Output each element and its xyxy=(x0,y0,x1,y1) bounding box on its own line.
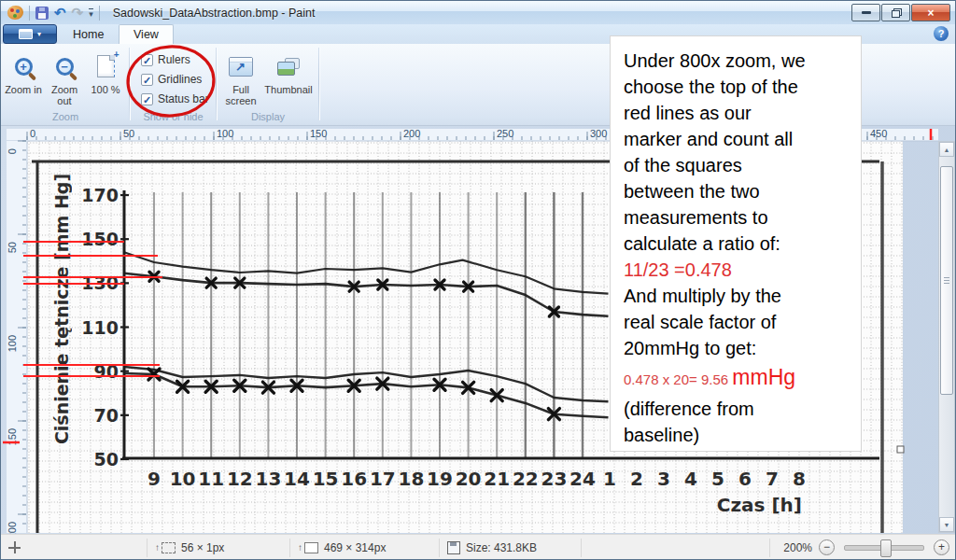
checkbox-checked-icon[interactable]: ✓ xyxy=(141,93,153,105)
full-screen-icon: ↗ xyxy=(229,57,253,77)
ribbon-group-display: ↗ Full screen Thumbnail Display xyxy=(217,44,319,124)
group-label-show-or-hide: Show or hide xyxy=(130,111,217,122)
status-bar: ↑ 56 × 1px ↑ 469 × 314px Size: 431.8KB 2… xyxy=(1,534,955,560)
zoom-in-label: Zoom in xyxy=(5,84,42,95)
annotation-paragraph: And multiply by the real scale factor of… xyxy=(624,283,855,361)
selection-size-value: 56 × 1px xyxy=(181,541,224,554)
window-title: Sadowski_DataAbstraction.bmp - Paint xyxy=(113,7,316,20)
zoom-in-icon: + xyxy=(15,58,33,76)
rulers-checkbox-row[interactable]: ✓ Rulers xyxy=(141,53,190,66)
zoom-100-button[interactable]: 100 % xyxy=(85,49,126,95)
restore-button[interactable] xyxy=(881,4,910,21)
divider xyxy=(29,6,30,21)
group-label-zoom: Zoom xyxy=(1,111,130,122)
quick-access-toolbar: ↶ ↷ ▾ Sadowski_DataAbstraction.bmp - Pai… xyxy=(1,6,315,21)
zoom-out-icon: − xyxy=(56,58,74,76)
thumbnail-button[interactable]: Thumbnail xyxy=(261,49,316,95)
annotation-text-box: Under 800x zoom, we choose the top of th… xyxy=(610,35,862,452)
zoom-out-button[interactable]: − Zoom out xyxy=(44,49,85,106)
chevron-down-icon: ▾ xyxy=(37,30,41,38)
annotation-paragraph: Under 800x zoom, we choose the top of th… xyxy=(624,48,855,257)
scroll-down-button[interactable]: ▼ xyxy=(939,517,954,532)
zoom-level-value: 200% xyxy=(783,541,812,554)
menu-icon xyxy=(19,29,33,39)
selection-size-icon xyxy=(162,542,176,553)
tab-view[interactable]: View xyxy=(119,24,174,44)
tab-home[interactable]: Home xyxy=(59,24,118,44)
annotation-unit-text: mmHg xyxy=(732,365,795,389)
selection-size-cell: ↑ 56 × 1px xyxy=(148,539,290,557)
paint-window: ↶ ↷ ▾ Sadowski_DataAbstraction.bmp - Pai… xyxy=(0,0,956,560)
disk-icon xyxy=(447,541,460,554)
scrollbar-thumb[interactable] xyxy=(940,166,953,395)
zoom-control-cell: 200% − + xyxy=(770,539,955,557)
help-button[interactable]: ? xyxy=(934,26,949,41)
gridlines-checkbox-row[interactable]: ✓ Gridlines xyxy=(141,73,202,86)
zoom-in-button[interactable]: + Zoom in xyxy=(3,49,44,95)
zoom-slider-track[interactable] xyxy=(844,545,924,551)
zoom-in-control[interactable]: + xyxy=(934,539,949,555)
checkbox-checked-icon[interactable]: ✓ xyxy=(141,54,153,66)
zoom-out-control[interactable]: − xyxy=(819,539,835,555)
file-size-value: Size: 431.8KB xyxy=(466,541,537,554)
scroll-up-button[interactable]: ▲ xyxy=(939,142,954,157)
restore-icon xyxy=(892,8,901,17)
annotation-calc-text: 0.478 x 20= 9.56 xyxy=(624,371,732,387)
close-button[interactable]: × xyxy=(911,4,950,21)
image-size-cell: ↑ 469 × 314px xyxy=(290,539,440,557)
cursor-position-cell xyxy=(1,539,148,557)
cursor-position-icon xyxy=(8,541,21,553)
ribbon-group-zoom: + Zoom in − Zoom out 100 % Zoom xyxy=(1,44,130,124)
checkbox-checked-icon[interactable]: ✓ xyxy=(141,74,153,86)
annotation-calc-line: 0.478 x 20= 9.56 mmHg xyxy=(624,361,855,396)
group-label-display: Display xyxy=(217,111,319,122)
paint-logo-icon xyxy=(7,6,23,20)
full-screen-label: Full screen xyxy=(225,84,256,106)
annotation-paragraph: (difference from baseline) xyxy=(624,396,855,448)
file-size-cell: Size: 431.8KB xyxy=(440,539,582,557)
thumbnail-label: Thumbnail xyxy=(264,84,312,95)
full-screen-button[interactable]: ↗ Full screen xyxy=(220,49,261,106)
minimize-button[interactable] xyxy=(851,4,880,21)
redo-button[interactable]: ↷ xyxy=(72,7,84,20)
title-bar: ↶ ↷ ▾ Sadowski_DataAbstraction.bmp - Pai… xyxy=(1,1,955,25)
qat-dropdown-icon[interactable]: ▾ xyxy=(89,8,93,18)
app-menu-button[interactable]: ▾ xyxy=(3,24,57,44)
vertical-scrollbar[interactable]: ▲ ▼ xyxy=(938,141,955,533)
thumbnail-icon xyxy=(277,58,300,76)
undo-button[interactable]: ↶ xyxy=(54,7,66,20)
zoom-slider-thumb[interactable] xyxy=(880,539,892,557)
zoom-100-label: 100 % xyxy=(91,84,120,95)
image-size-icon xyxy=(304,542,318,553)
rulers-checkbox-label: Rulers xyxy=(158,53,190,66)
divider xyxy=(99,6,100,21)
save-button[interactable] xyxy=(35,7,49,20)
minimize-icon xyxy=(862,11,871,14)
gridlines-checkbox-label: Gridlines xyxy=(158,73,202,86)
statusbar-checkbox-row[interactable]: ✓ Status bar xyxy=(141,92,209,105)
up-arrow-icon: ↑ xyxy=(298,542,302,553)
empty-cell xyxy=(582,539,770,557)
group-separator xyxy=(318,48,319,120)
statusbar-checkbox-label: Status bar xyxy=(158,92,209,105)
annotation-ratio-text: 11/23 =0.478 xyxy=(624,257,855,283)
image-size-value: 469 × 314px xyxy=(324,541,386,554)
up-arrow-icon: ↑ xyxy=(155,542,160,553)
zoom-out-label: Zoom out xyxy=(51,84,77,106)
ribbon-group-show-or-hide: ✓ Rulers ✓ Gridlines ✓ Status bar Show o… xyxy=(130,44,217,124)
zoom-100-icon xyxy=(97,55,115,77)
